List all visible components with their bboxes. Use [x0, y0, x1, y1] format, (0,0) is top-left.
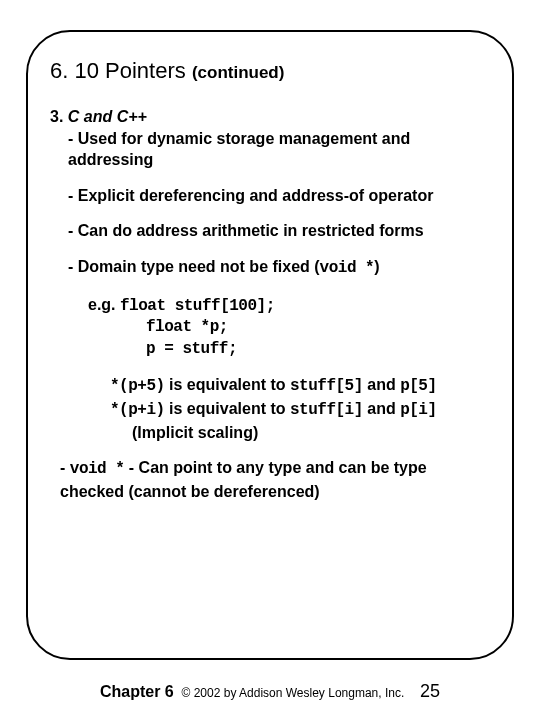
close-paren: ): [374, 258, 379, 275]
voidstar-inline: void *: [320, 259, 375, 277]
void-note: - void * - Can point to any type and can…: [60, 457, 490, 502]
slide-title: 6. 10 Pointers (continued): [50, 58, 490, 84]
equiv-2: *(p+i) is equivalent to stuff[i] and p[i…: [110, 398, 490, 422]
eg-label: e.g.: [88, 296, 116, 313]
bullet-4-text: Domain type need not be fixed (: [78, 258, 320, 275]
equiv-1-and: and: [363, 376, 400, 393]
bullet-2: - Explicit dereferencing and address-of …: [68, 185, 490, 207]
bullet-1-text: Used for dynamic storage management and …: [68, 130, 410, 169]
bullet-3: - Can do address arithmetic in restricte…: [68, 220, 490, 242]
example-block: e.g. float stuff[100];: [88, 294, 490, 318]
section-num: 3.: [50, 108, 63, 125]
bullet-4: - Domain type need not be fixed (void *): [68, 256, 490, 280]
eg-line-0: float stuff[100];: [120, 297, 275, 315]
equiv-2-mid: is equivalent to: [165, 400, 290, 417]
bullet-2-text: Explicit dereferencing and address-of op…: [78, 187, 434, 204]
title-main: 6. 10 Pointers: [50, 58, 186, 83]
equiv-1-rhs1: stuff[5]: [290, 377, 363, 395]
implicit-scaling: (Implicit scaling): [132, 422, 490, 444]
void-dash: -: [60, 459, 70, 476]
equiv-1: *(p+5) is equivalent to stuff[5] and p[5…: [110, 374, 490, 398]
title-sub: (continued): [192, 63, 285, 82]
equiv-2-lhs: *(p+i): [110, 401, 165, 419]
footer-chapter: Chapter 6: [100, 683, 174, 700]
section-heading: 3. C and C++: [50, 106, 490, 128]
slide-content: 3. C and C++ - Used for dynamic storage …: [50, 106, 490, 502]
equiv-2-rhs1: stuff[i]: [290, 401, 363, 419]
eg-line-1: float *p;: [146, 317, 490, 339]
eg-line-2: p = stuff;: [146, 339, 490, 361]
void-code: void *: [70, 460, 125, 478]
equiv-2-and: and: [363, 400, 400, 417]
footer-copyright: © 2002 by Addison Wesley Longman, Inc.: [182, 686, 405, 700]
equiv-1-rhs2: p[5]: [400, 377, 436, 395]
equiv-2-rhs2: p[i]: [400, 401, 436, 419]
bullet-3-text: Can do address arithmetic in restricted …: [78, 222, 424, 239]
equiv-1-lhs: *(p+5): [110, 377, 165, 395]
equiv-1-mid: is equivalent to: [165, 376, 290, 393]
footer-page: 25: [420, 681, 440, 701]
slide-frame: 6. 10 Pointers (continued) 3. C and C++ …: [26, 30, 514, 660]
footer: Chapter 6 © 2002 by Addison Wesley Longm…: [0, 681, 540, 702]
bullet-1: - Used for dynamic storage management an…: [68, 128, 490, 171]
section-label: C and C++: [68, 108, 147, 125]
